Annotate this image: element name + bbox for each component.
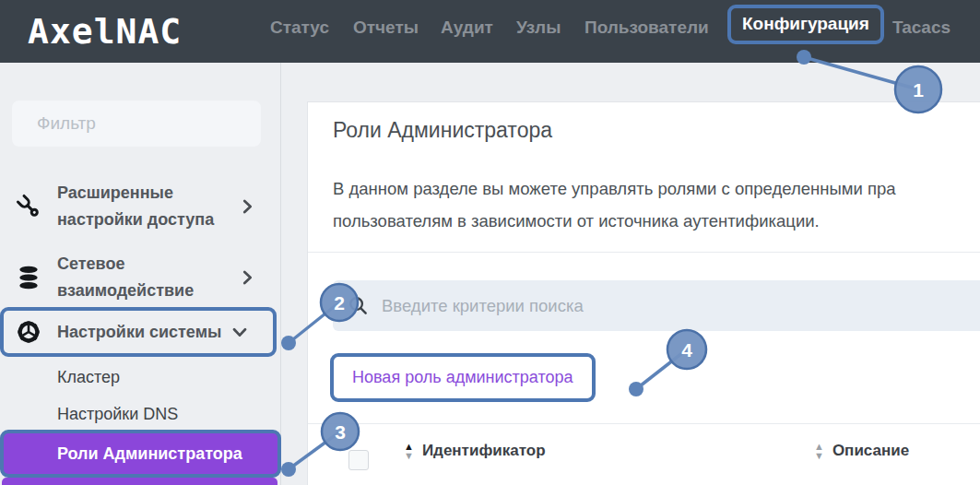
app-logo[interactable]: AxelNAC xyxy=(28,11,182,52)
nav-item-tacacs[interactable]: Tacacs xyxy=(892,18,950,38)
divider xyxy=(308,423,980,424)
chevron-right-icon xyxy=(237,267,257,288)
search-icon xyxy=(348,295,369,316)
sidebar-filter[interactable] xyxy=(12,101,261,147)
sort-desc-icon: ▼ xyxy=(814,451,824,460)
sidebar-group-network-interaction[interactable]: Сетевое взаимодействие xyxy=(0,248,281,307)
callout-1-label: 1 xyxy=(913,79,924,101)
main-panel: Роли Администратора В данном разделе вы … xyxy=(307,101,980,485)
sidebar: Расширенные настройки доступа Сетевое вз… xyxy=(0,63,281,485)
sidebar-item-admin-roles[interactable]: Роли Администратора xyxy=(0,430,281,478)
nav-item-configuration[interactable]: Конфигурация xyxy=(727,5,884,44)
sidebar-item-cluster[interactable]: Кластер xyxy=(0,368,281,387)
column-header-description[interactable]: ▲ ▼ Описание xyxy=(814,442,909,460)
nav-item-nodes[interactable]: Узлы xyxy=(516,18,561,38)
sidebar-filter-input[interactable] xyxy=(37,113,263,134)
sidebar-group-system-settings[interactable]: Настройки системы xyxy=(0,307,277,357)
callout-3-dot xyxy=(281,462,296,477)
description-line-2: пользователям в зависимости от источника… xyxy=(333,205,980,237)
database-icon xyxy=(16,265,41,290)
topbar: AxelNAC Статус Отчеты Аудит Узлы Пользов… xyxy=(0,0,980,63)
chevron-down-icon xyxy=(230,322,250,342)
column-label: Описание xyxy=(832,442,909,460)
sort-arrows-icon[interactable]: ▲ ▼ xyxy=(404,442,414,460)
page-description: В данном разделе вы можете управлять рол… xyxy=(333,172,980,237)
sort-arrows-icon[interactable]: ▲ ▼ xyxy=(814,442,824,460)
roles-search-bar[interactable] xyxy=(333,280,980,331)
annotation-box-new-role: Новая роль администратора xyxy=(330,353,596,402)
column-label: Идентификатор xyxy=(422,442,546,460)
column-header-identifier[interactable]: ▲ ▼ Идентификатор xyxy=(404,442,546,460)
nav-item-status[interactable]: Статус xyxy=(270,18,329,38)
sidebar-item-dns-settings[interactable]: Настройки DNS xyxy=(0,405,281,424)
sidebar-group-advanced-access[interactable]: Расширенные настройки доступа xyxy=(0,177,281,236)
nav-item-audit[interactable]: Аудит xyxy=(441,18,493,38)
active-item-strip xyxy=(2,478,277,485)
chevron-right-icon xyxy=(237,196,257,217)
wrench-icon xyxy=(16,194,41,219)
nav-item-users[interactable]: Пользователи xyxy=(584,18,709,38)
sidebar-group-label: Сетевое взаимодействие xyxy=(57,251,221,304)
divider xyxy=(308,252,980,253)
page-title: Роли Администратора xyxy=(333,118,552,143)
select-all-checkbox[interactable] xyxy=(348,450,369,470)
roles-search-input[interactable] xyxy=(382,296,980,316)
sidebar-group-label: Расширенные настройки доступа xyxy=(57,180,221,233)
nav-item-reports[interactable]: Отчеты xyxy=(353,18,419,38)
gear-icon xyxy=(16,319,41,345)
description-line-1: В данном разделе вы можете управлять рол… xyxy=(333,172,980,205)
sort-desc-icon: ▼ xyxy=(404,451,414,460)
sidebar-group-label: Настройки системы xyxy=(57,319,221,346)
new-admin-role-link[interactable]: Новая роль администратора xyxy=(352,368,573,386)
callout-2-dot xyxy=(281,336,296,350)
